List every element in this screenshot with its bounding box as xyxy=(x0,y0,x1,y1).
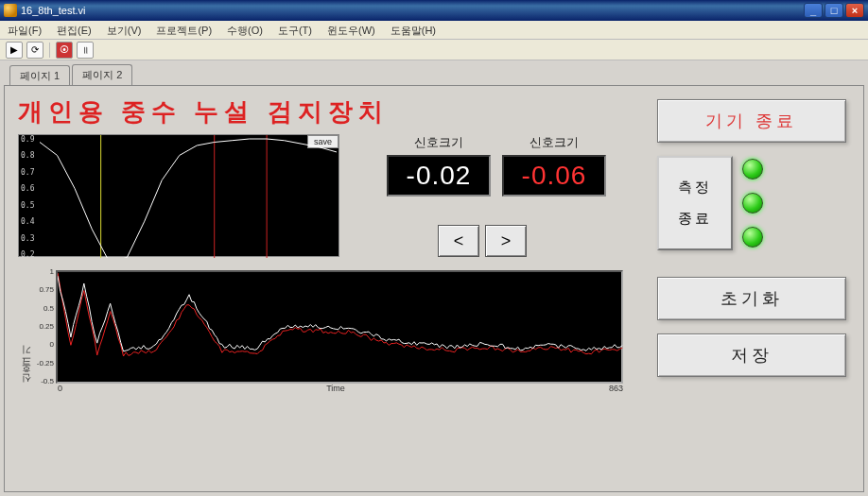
menu-view[interactable]: 보기(V) xyxy=(99,21,149,39)
menu-operate[interactable]: 수행(O) xyxy=(219,21,270,39)
menubar: 파일(F) 편집(E) 보기(V) 프로젝트(P) 수행(O) 도구(T) 윈도… xyxy=(0,21,868,40)
menu-tools[interactable]: 도구(T) xyxy=(270,21,320,39)
tabstrip: 페이지 1 페이지 2 xyxy=(9,64,864,85)
readout-1: 신호크기 -0.02 xyxy=(387,134,491,197)
maximize-button[interactable]: □ xyxy=(825,3,843,18)
readout-2-value: -0.06 xyxy=(502,155,606,197)
run-button[interactable]: ▶ xyxy=(6,42,23,59)
workspace: 페이지 1 페이지 2 개인용 중수 누설 검지장치 save 0.90.80.… xyxy=(0,60,868,496)
mid-column: 신호크기 -0.02 신호크기 -0.06 < > xyxy=(358,134,606,257)
minimize-button[interactable]: _ xyxy=(804,3,823,18)
window-title: 16_8th_test.vi xyxy=(21,5,804,16)
readout-2-label: 신호크기 xyxy=(502,134,606,151)
chart-upper[interactable]: save 0.90.80.70.60.50.40.30.2 xyxy=(18,134,339,257)
measure-label2: 종료 xyxy=(678,210,712,228)
chart2-ylabel: 신호크기 xyxy=(18,270,35,393)
menu-project[interactable]: 프로젝트(P) xyxy=(148,21,219,39)
chart2-yticks: 10.750.50.250-0.25-0.5 xyxy=(35,270,56,384)
main-panel: 개인용 중수 누설 검지장치 save 0.90.80.70.60.50.40.… xyxy=(4,85,864,492)
toolbar-separator xyxy=(49,43,50,58)
pause-button[interactable]: ॥ xyxy=(77,42,94,59)
chart-lower[interactable] xyxy=(56,270,623,384)
reset-button[interactable]: 초기화 xyxy=(657,277,846,320)
measure-stop-button[interactable]: 측정 종료 xyxy=(657,156,733,250)
tab-page2[interactable]: 페이지 2 xyxy=(72,64,132,85)
tab-page1[interactable]: 페이지 1 xyxy=(9,65,70,86)
run-continuous-button[interactable]: ⟳ xyxy=(26,42,43,59)
measure-label1: 측정 xyxy=(678,179,712,197)
led-1 xyxy=(742,159,763,180)
toolbar: ▶ ⟳ ⦿ ॥ xyxy=(0,40,868,60)
led-2 xyxy=(742,193,763,214)
titlebar: 16_8th_test.vi _ □ × xyxy=(0,0,868,21)
led-3 xyxy=(742,227,763,248)
next-button[interactable]: > xyxy=(485,225,527,257)
menu-help[interactable]: 도움말(H) xyxy=(383,21,443,39)
abort-button[interactable]: ⦿ xyxy=(56,42,73,59)
device-exit-button[interactable]: 기기 종료 xyxy=(657,99,846,143)
prev-button[interactable]: < xyxy=(438,225,479,257)
save-button[interactable]: 저장 xyxy=(657,334,846,377)
close-button[interactable]: × xyxy=(845,3,864,18)
readout-1-value: -0.02 xyxy=(387,155,491,197)
menu-file[interactable]: 파일(F) xyxy=(0,21,49,39)
readout-2: 신호크기 -0.06 xyxy=(502,134,606,197)
menu-edit[interactable]: 편집(E) xyxy=(49,21,99,39)
menu-window[interactable]: 윈도우(W) xyxy=(320,21,383,39)
app-icon xyxy=(4,4,17,17)
readout-1-label: 신호크기 xyxy=(387,134,491,151)
